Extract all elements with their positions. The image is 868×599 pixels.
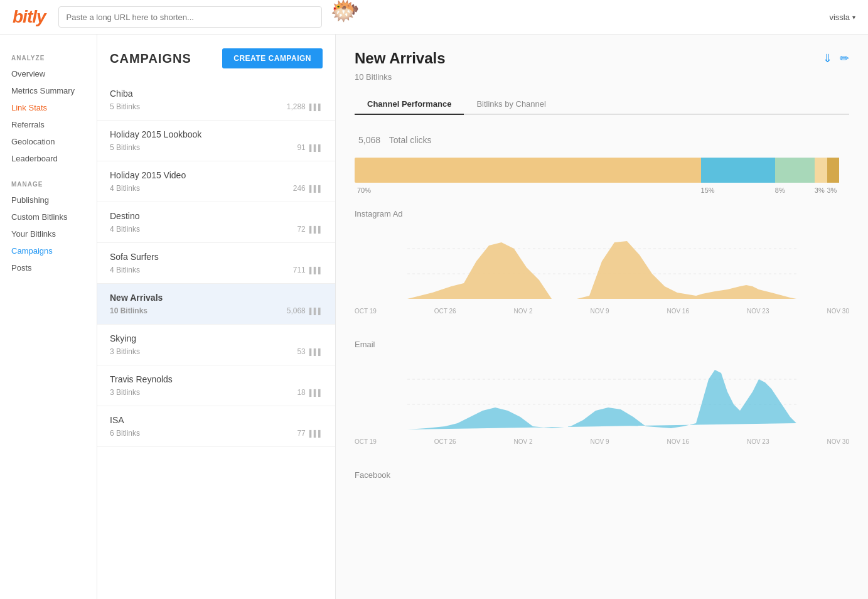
detail-header: New Arrivals ⇓ ✏ bbox=[355, 50, 849, 67]
email-area-chart bbox=[355, 354, 849, 436]
main-content: CAMPAIGNS CREATE CAMPAIGN Chiba 5 Bitlin… bbox=[97, 35, 868, 599]
x-label: NOV 2 bbox=[514, 438, 533, 445]
x-label: NOV 30 bbox=[827, 438, 849, 445]
x-label: NOV 30 bbox=[827, 308, 849, 315]
edit-icon[interactable]: ✏ bbox=[840, 51, 849, 65]
detail-bitlinks-count: 10 Bitlinks bbox=[355, 72, 849, 82]
manage-section-title: MANAGE bbox=[0, 173, 97, 192]
bar-chart-icon: ▌▌▌ bbox=[309, 226, 323, 233]
sidebar-item-publishing[interactable]: Publishing bbox=[0, 192, 97, 208]
url-input-wrap: 🐡 bbox=[58, 6, 322, 28]
bar-segment-4 bbox=[815, 158, 827, 183]
x-label: NOV 2 bbox=[514, 308, 533, 315]
campaign-clicks: 53 ▌▌▌ bbox=[297, 347, 323, 356]
bar-chart-icon: ▌▌▌ bbox=[309, 185, 323, 192]
x-label: NOV 16 bbox=[667, 308, 689, 315]
campaign-clicks: 1,288 ▌▌▌ bbox=[287, 102, 323, 111]
campaign-name: Holiday 2015 Lookbook bbox=[110, 129, 323, 139]
bar-label-5: 3% bbox=[827, 186, 840, 194]
stacked-bar bbox=[355, 158, 849, 183]
bar-label-3: 8% bbox=[775, 186, 815, 194]
campaign-item-destino[interactable]: Destino 4 Bitlinks 72 ▌▌▌ bbox=[97, 202, 335, 243]
total-clicks: 5,068 Total clicks bbox=[355, 127, 849, 148]
sidebar-item-geolocation[interactable]: Geolocation bbox=[0, 133, 97, 150]
bar-pct-4: 3% bbox=[815, 186, 825, 194]
sidebar-item-metrics-summary[interactable]: Metrics Summary bbox=[0, 82, 97, 99]
campaign-item-holiday-video[interactable]: Holiday 2015 Video 4 Bitlinks 246 ▌▌▌ bbox=[97, 161, 335, 202]
sidebar-item-your-bitlinks[interactable]: Your Bitlinks bbox=[0, 225, 97, 242]
campaigns-header: CAMPAIGNS CREATE CAMPAIGN bbox=[97, 35, 335, 80]
campaign-clicks: 91 ▌▌▌ bbox=[297, 143, 323, 152]
stacked-bar-chart: 70% 15% 8% 3% 3% bbox=[355, 158, 849, 194]
campaign-clicks: 18 ▌▌▌ bbox=[297, 388, 323, 397]
bar-pct-2: 15% bbox=[701, 186, 715, 194]
bar-chart-icon: ▌▌▌ bbox=[309, 144, 323, 151]
bar-label-1: 70% bbox=[355, 186, 701, 194]
bar-chart-icon: ▌▌▌ bbox=[309, 267, 323, 274]
campaign-bitlinks: 10 Bitlinks bbox=[110, 306, 147, 315]
user-menu[interactable]: vissla ▾ bbox=[829, 13, 855, 22]
bar-chart-icon: ▌▌▌ bbox=[309, 308, 323, 315]
url-input[interactable] bbox=[58, 6, 322, 28]
campaign-item-skying[interactable]: Skying 3 Bitlinks 53 ▌▌▌ bbox=[97, 325, 335, 365]
campaign-item-travis-reynolds[interactable]: Travis Reynolds 3 Bitlinks 18 ▌▌▌ bbox=[97, 365, 335, 406]
campaign-clicks: 72 ▌▌▌ bbox=[297, 225, 323, 234]
channel-facebook-title: Facebook bbox=[355, 470, 849, 480]
x-label: NOV 16 bbox=[667, 438, 689, 445]
sidebar-item-overview[interactable]: Overview bbox=[0, 65, 97, 82]
x-label: NOV 23 bbox=[747, 438, 769, 445]
sidebar-item-referrals[interactable]: Referrals bbox=[0, 116, 97, 133]
campaign-meta: 10 Bitlinks 5,068 ▌▌▌ bbox=[110, 306, 323, 315]
total-clicks-number: 5,068 bbox=[358, 135, 380, 145]
sidebar-item-custom-bitlinks[interactable]: Custom Bitlinks bbox=[0, 208, 97, 225]
bar-segment-3 bbox=[775, 158, 815, 183]
campaign-name: Sofa Surfers bbox=[110, 252, 323, 262]
campaign-bitlinks: 4 Bitlinks bbox=[110, 266, 140, 274]
channel-email: Email OCT 19 OCT 26 NOV 2 NOV 9 NOV 16 bbox=[355, 340, 849, 455]
campaign-name: Destino bbox=[110, 211, 323, 221]
bar-chart-icon: ▌▌▌ bbox=[309, 389, 323, 396]
tab-bitlinks-by-channel[interactable]: Bitlinks by Channel bbox=[464, 94, 559, 115]
campaign-name: Travis Reynolds bbox=[110, 374, 323, 384]
email-chart bbox=[355, 354, 849, 436]
detail-title: New Arrivals bbox=[355, 50, 446, 67]
campaign-meta: 5 Bitlinks 1,288 ▌▌▌ bbox=[110, 102, 323, 111]
campaign-item-isa[interactable]: ISA 6 Bitlinks 77 ▌▌▌ bbox=[97, 406, 335, 447]
campaign-bitlinks: 5 Bitlinks bbox=[110, 102, 140, 111]
instagram-area-chart bbox=[355, 224, 849, 305]
download-icon[interactable]: ⇓ bbox=[823, 51, 832, 65]
create-campaign-button[interactable]: CREATE CAMPAIGN bbox=[222, 48, 323, 68]
detail-pane: New Arrivals ⇓ ✏ 10 Bitlinks Channel Per… bbox=[336, 35, 868, 599]
x-label: NOV 23 bbox=[747, 308, 769, 315]
x-label: OCT 19 bbox=[355, 438, 377, 445]
mascot-icon: 🐡 bbox=[330, 0, 360, 24]
campaign-clicks: 246 ▌▌▌ bbox=[293, 184, 323, 193]
campaign-item-sofa-surfers[interactable]: Sofa Surfers 4 Bitlinks 711 ▌▌▌ bbox=[97, 243, 335, 284]
instagram-x-labels: OCT 19 OCT 26 NOV 2 NOV 9 NOV 16 NOV 23 … bbox=[355, 308, 849, 325]
campaign-meta: 3 Bitlinks 18 ▌▌▌ bbox=[110, 388, 323, 397]
x-label: OCT 19 bbox=[355, 308, 377, 315]
bar-label-2: 15% bbox=[701, 186, 775, 194]
campaign-meta: 4 Bitlinks 72 ▌▌▌ bbox=[110, 225, 323, 234]
tab-channel-performance[interactable]: Channel Performance bbox=[355, 94, 464, 115]
campaign-bitlinks: 4 Bitlinks bbox=[110, 225, 140, 234]
bar-pct-3: 8% bbox=[775, 186, 785, 194]
analyze-section-title: ANALYZE bbox=[0, 47, 97, 65]
campaigns-pane: CAMPAIGNS CREATE CAMPAIGN Chiba 5 Bitlin… bbox=[97, 35, 336, 599]
campaign-item-chiba[interactable]: Chiba 5 Bitlinks 1,288 ▌▌▌ bbox=[97, 80, 335, 121]
sidebar-item-link-stats[interactable]: Link Stats bbox=[0, 99, 97, 116]
total-clicks-label: Total clicks bbox=[389, 135, 432, 145]
sidebar-item-leaderboard[interactable]: Leaderboard bbox=[0, 150, 97, 167]
campaign-item-new-arrivals[interactable]: New Arrivals 10 Bitlinks 5,068 ▌▌▌ bbox=[97, 284, 335, 325]
sidebar-item-campaigns[interactable]: Campaigns bbox=[0, 242, 97, 259]
bar-segment-5 bbox=[827, 158, 840, 183]
bar-pct-1: 70% bbox=[357, 186, 371, 194]
campaign-name: Holiday 2015 Video bbox=[110, 170, 323, 180]
campaign-bitlinks: 4 Bitlinks bbox=[110, 184, 140, 193]
campaign-meta: 4 Bitlinks 246 ▌▌▌ bbox=[110, 184, 323, 193]
campaign-item-holiday-lookbook[interactable]: Holiday 2015 Lookbook 5 Bitlinks 91 ▌▌▌ bbox=[97, 121, 335, 161]
x-label: NOV 9 bbox=[590, 308, 609, 315]
sidebar-item-posts[interactable]: Posts bbox=[0, 259, 97, 276]
campaign-meta: 5 Bitlinks 91 ▌▌▌ bbox=[110, 143, 323, 152]
instagram-chart bbox=[355, 224, 849, 305]
